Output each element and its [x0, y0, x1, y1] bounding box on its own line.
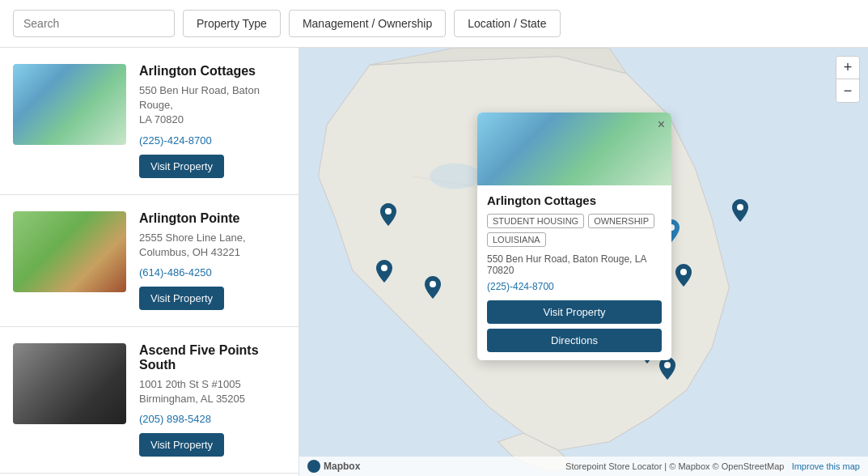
property-address: 1001 20th St S #1005 Birmingham, AL 3520… — [139, 377, 286, 406]
svg-point-8 — [680, 269, 687, 275]
visit-property-button[interactable]: Visit Property — [139, 433, 224, 457]
popup-phone[interactable]: (225)-424-8700 — [487, 281, 662, 292]
location-state-filter[interactable]: Location / State — [454, 10, 560, 37]
property-info: Ascend Five Points South 1001 20th St S … — [139, 343, 286, 457]
map-pin[interactable] — [425, 276, 441, 299]
property-info: Arlington Cottages 550 Ben Hur Road, Bat… — [139, 64, 286, 178]
svg-point-6 — [430, 281, 436, 287]
map-popup: × Arlington Cottages STUDENT HOUSING OWN… — [477, 113, 671, 360]
svg-point-4 — [385, 208, 392, 215]
popup-title: Arlington Cottages — [487, 193, 662, 207]
svg-point-14 — [737, 204, 743, 210]
map-pin[interactable] — [380, 203, 396, 226]
map-attribution: Mapbox Storepoint Store Locator | © Mapb… — [299, 457, 868, 476]
main-content: Arlington Cottages 550 Ben Hur Road, Bat… — [0, 48, 868, 476]
popup-actions: Visit Property Directions — [487, 300, 662, 352]
property-image — [13, 211, 126, 292]
property-phone[interactable]: (225)-424-8700 — [139, 134, 286, 147]
property-phone[interactable]: (205) 898-5428 — [139, 413, 286, 425]
list-item: Arlington Cottages 550 Ben Hur Road, Bat… — [0, 48, 299, 195]
property-info: Arlington Pointe 2555 Shore Line Lane, C… — [139, 211, 286, 310]
property-thumbnail — [13, 211, 126, 292]
map-pin[interactable] — [376, 260, 392, 283]
popup-visit-property-button[interactable]: Visit Property — [487, 300, 662, 324]
property-image — [13, 343, 126, 424]
popup-tags: STUDENT HOUSING OWNERSHIP LOUISIANA — [487, 214, 662, 247]
list-item: Ascend Five Points South 1001 20th St S … — [0, 327, 299, 474]
mapbox-logo: Mapbox — [307, 460, 360, 473]
map-background: + − × Arlington Cottages STUDENT HOUSING… — [299, 48, 868, 476]
search-input[interactable] — [13, 10, 175, 37]
zoom-out-button[interactable]: − — [836, 79, 859, 102]
property-thumbnail — [13, 343, 126, 424]
svg-point-1 — [430, 164, 481, 189]
management-ownership-filter[interactable]: Management / Ownership — [289, 10, 446, 37]
popup-directions-button[interactable]: Directions — [487, 329, 662, 352]
property-type-filter[interactable]: Property Type — [183, 10, 281, 37]
zoom-in-button[interactable]: + — [836, 57, 859, 79]
map-pin[interactable] — [659, 357, 675, 380]
popup-body: Arlington Cottages STUDENT HOUSING OWNER… — [477, 185, 671, 360]
map-area[interactable]: + − × Arlington Cottages STUDENT HOUSING… — [299, 48, 868, 476]
app-container: Property Type Management / Ownership Loc… — [0, 0, 868, 476]
map-pin[interactable] — [675, 264, 692, 287]
popup-close-button[interactable]: × — [658, 117, 665, 132]
search-bar: Property Type Management / Ownership Loc… — [0, 0, 868, 48]
popup-address: 550 Ben Hur Road, Baton Rouge, LA 70820 — [487, 253, 662, 276]
property-image — [13, 64, 126, 145]
property-name: Arlington Cottages — [139, 64, 286, 79]
svg-point-5 — [381, 265, 387, 271]
property-name: Ascend Five Points South — [139, 343, 286, 372]
mapbox-icon — [307, 460, 320, 473]
visit-property-button[interactable]: Visit Property — [139, 155, 224, 178]
left-panel: Arlington Cottages 550 Ben Hur Road, Bat… — [0, 48, 299, 476]
improve-map-link[interactable]: Improve this map — [792, 461, 860, 471]
attribution-text: Storepoint Store Locator | © Mapbox © Op… — [565, 461, 860, 471]
popup-tag: OWNERSHIP — [588, 214, 654, 228]
map-controls: + − — [836, 56, 860, 103]
svg-point-16 — [664, 362, 671, 368]
list-item: Arlington Pointe 2555 Shore Line Lane, C… — [0, 195, 299, 327]
property-phone[interactable]: (614)-486-4250 — [139, 266, 286, 278]
popup-image — [477, 113, 671, 185]
popup-tag: STUDENT HOUSING — [487, 214, 584, 228]
popup-tag: LOUISIANA — [487, 232, 546, 247]
map-pin[interactable] — [732, 199, 748, 222]
property-name: Arlington Pointe — [139, 211, 286, 226]
property-address: 550 Ben Hur Road, Baton Rouge, LA 70820 — [139, 83, 286, 128]
property-address: 2555 Shore Line Lane, Columbus, OH 43221 — [139, 231, 286, 260]
visit-property-button[interactable]: Visit Property — [139, 287, 224, 310]
property-thumbnail — [13, 64, 126, 145]
